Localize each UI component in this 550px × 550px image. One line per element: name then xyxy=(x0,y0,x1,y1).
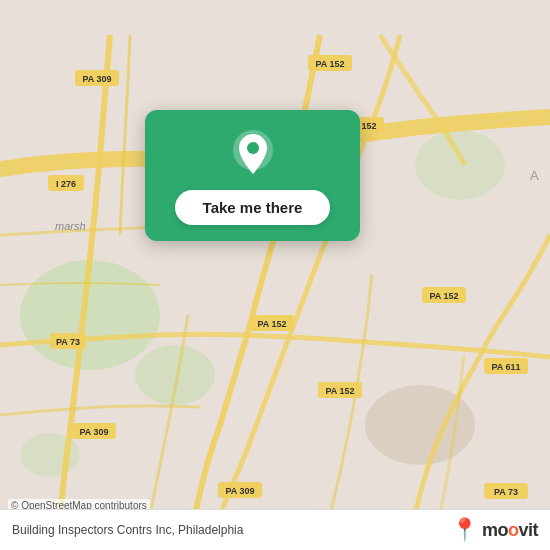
moovit-logo: 📍 moovit xyxy=(451,517,538,543)
moovit-brand-text: moovit xyxy=(482,520,538,541)
svg-text:marsh: marsh xyxy=(55,220,86,232)
svg-text:PA 309: PA 309 xyxy=(225,486,254,496)
location-name: Building Inspectors Contrs Inc, Philadel… xyxy=(12,523,243,537)
svg-text:PA 73: PA 73 xyxy=(494,487,518,497)
svg-text:I 276: I 276 xyxy=(56,179,76,189)
svg-point-4 xyxy=(415,130,505,200)
map-container: PA 309 PA 152 PA 152 I 276 I 276 PA 73 P… xyxy=(0,0,550,550)
svg-text:PA 309: PA 309 xyxy=(79,427,108,437)
svg-text:PA 152: PA 152 xyxy=(429,291,458,301)
svg-text:PA 309: PA 309 xyxy=(82,74,111,84)
location-pin-icon xyxy=(227,128,279,180)
svg-text:PA 73: PA 73 xyxy=(56,337,80,347)
svg-text:PA 152: PA 152 xyxy=(315,59,344,69)
svg-text:PA 152: PA 152 xyxy=(325,386,354,396)
svg-point-36 xyxy=(247,142,259,154)
bottom-bar: Building Inspectors Contrs Inc, Philadel… xyxy=(0,509,550,550)
moovit-pin-icon: 📍 xyxy=(451,517,478,543)
svg-text:PA 611: PA 611 xyxy=(491,362,520,372)
location-card: Take me there xyxy=(145,110,360,241)
take-me-there-button[interactable]: Take me there xyxy=(175,190,331,225)
location-label: Building Inspectors Contrs Inc, Philadel… xyxy=(12,523,243,537)
svg-text:A: A xyxy=(530,168,539,183)
svg-text:PA 152: PA 152 xyxy=(257,319,286,329)
